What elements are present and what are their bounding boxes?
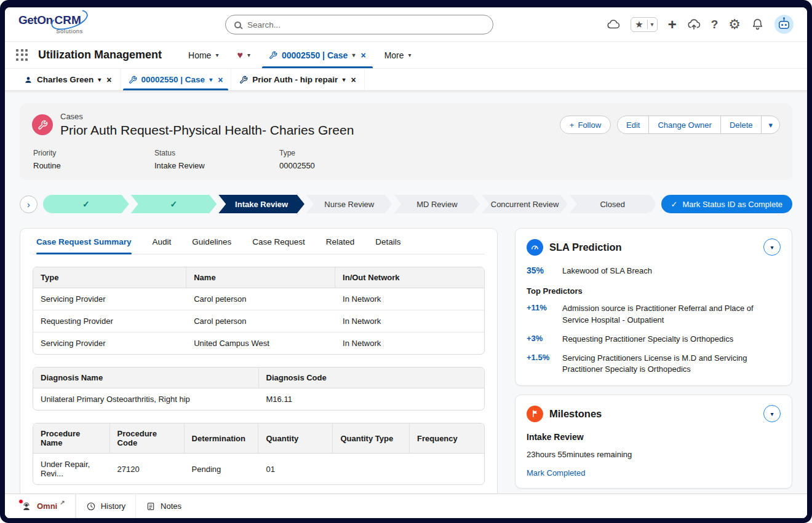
cell: In Network: [335, 332, 484, 354]
close-icon[interactable]: ×: [217, 75, 223, 85]
delete-button[interactable]: Delete: [720, 116, 762, 133]
edit-button[interactable]: Edit: [618, 116, 648, 133]
tab-related[interactable]: Related: [326, 237, 355, 254]
tab-details[interactable]: Details: [375, 237, 400, 254]
nav-tab-more[interactable]: More ▾: [375, 42, 421, 68]
omni-channel-tab[interactable]: Omni ↗: [11, 494, 76, 518]
logo-crm: CRM: [53, 14, 83, 26]
close-icon[interactable]: ×: [105, 75, 111, 85]
change-owner-button[interactable]: Change Owner: [648, 116, 720, 133]
field-priority: Priority Routine: [33, 149, 154, 170]
heart-icon: ♥: [237, 50, 243, 61]
guidance-center-icon[interactable]: [607, 18, 620, 31]
favorites-star-icon[interactable]: ★: [631, 18, 647, 31]
cell: 01: [258, 454, 333, 484]
close-icon[interactable]: ×: [359, 50, 365, 60]
notifications-bell-icon[interactable]: [751, 18, 764, 31]
milestone-stage: Intake Review: [527, 432, 781, 442]
chevron-down-icon[interactable]: ▾: [342, 76, 345, 83]
path-stage-nurse-review[interactable]: Nurse Review: [306, 195, 392, 213]
check-icon: ✓: [671, 200, 678, 209]
nav-home-label: Home: [188, 50, 211, 60]
chevron-down-icon[interactable]: ▾: [209, 76, 212, 83]
procedure-table: Procedure Name Procedure Code Determinat…: [33, 423, 485, 485]
close-icon[interactable]: ×: [349, 75, 356, 85]
case-object-icon: [32, 114, 53, 135]
path-stage-intake-review[interactable]: Intake Review: [218, 195, 304, 213]
case-detail-card: Case Request Summary Audit Guidelines Ca…: [20, 228, 498, 518]
column-header: Name: [186, 267, 335, 288]
subtab-label: Charles Green: [37, 75, 94, 84]
nav-tab-favorites[interactable]: ♥ ▾: [228, 42, 260, 68]
cell: Servicing Provider: [33, 288, 186, 310]
cell: Servicing Provider: [33, 332, 186, 354]
person-icon: [24, 76, 33, 84]
help-icon[interactable]: ?: [711, 18, 718, 30]
window-frame: GetOn CRM Solutions ★ ▾ + ? ⚙: [0, 0, 812, 523]
predictor-row: +3% Requesting Practitioner Specialty is…: [527, 334, 781, 345]
column-header: Type: [33, 267, 186, 288]
upload-cloud-icon[interactable]: [687, 18, 701, 31]
logo-text: GetOn CRM: [18, 14, 83, 26]
milestones-card: Milestones ▾ Intake Review 23hours 55min…: [515, 395, 792, 489]
setup-gear-icon[interactable]: ⚙: [728, 18, 741, 31]
path-stage-closed[interactable]: Closed: [570, 195, 656, 213]
column-header: Quantity: [258, 423, 333, 454]
nav-tab-home[interactable]: Home ▾: [179, 42, 228, 68]
cell: M16.11: [259, 388, 485, 410]
favorites-control[interactable]: ★ ▾: [631, 17, 657, 32]
tab-audit[interactable]: Audit: [153, 237, 172, 254]
app-launcher-icon[interactable]: [16, 49, 28, 61]
app-title: Utilization Management: [38, 49, 162, 61]
tab-case-request[interactable]: Case Request: [252, 237, 305, 254]
more-actions-caret-icon[interactable]: ▾: [761, 116, 779, 133]
path-stage-concurrent-review[interactable]: Concurrent Review: [482, 195, 568, 213]
column-header: Diagnosis Code: [259, 368, 485, 388]
path-expand-button[interactable]: ›: [20, 195, 38, 213]
path-stage-complete-1[interactable]: ✓: [43, 195, 129, 213]
column-header: Procedure Code: [110, 423, 185, 454]
nav-tab-case-00002550[interactable]: 00002550 | Case ▾ ×: [260, 42, 375, 68]
global-search[interactable]: [225, 15, 493, 34]
chevron-down-icon[interactable]: ▾: [352, 52, 355, 58]
mark-completed-link[interactable]: Mark Completed: [527, 468, 585, 478]
table-row: Unilateral Primary Osteoarthritis, Right…: [33, 388, 484, 410]
subtab-prior-auth-hip-repair[interactable]: Prior Auth - hip repair ▾ ×: [231, 69, 364, 90]
cell: Carol peterson: [186, 310, 335, 332]
collapse-chevron-button[interactable]: ▾: [763, 405, 781, 422]
chevron-down-icon[interactable]: ▾: [98, 76, 101, 83]
wrench-icon: [129, 76, 137, 84]
path-stage-complete-2[interactable]: ✓: [131, 195, 217, 213]
mark-status-complete-button[interactable]: ✓ Mark Status ID as Complete: [661, 195, 792, 213]
cell: Pending: [185, 454, 259, 484]
path-stage-md-review[interactable]: MD Review: [394, 195, 480, 213]
field-status: Status Intake Review: [154, 149, 279, 170]
favorites-caret-icon[interactable]: ▾: [647, 20, 657, 29]
right-sidebar: SLA Prediction ▾ 35% Lakewood of SLA Bre…: [515, 228, 792, 489]
table-row: Servicing Provider United Campus West In…: [33, 332, 484, 354]
app-nav-bar: Utilization Management Home ▾ ♥ ▾ 000025…: [5, 42, 807, 69]
subtab-label: Prior Auth - hip repair: [252, 75, 338, 84]
milestone-flag-icon: [527, 406, 543, 422]
subtab-case-00002550[interactable]: 00002550 | Case ▾ ×: [121, 69, 232, 90]
utility-bar: GetOn CRM Solutions ★ ▾ + ? ⚙: [5, 7, 807, 42]
column-header: Procedure Name: [33, 423, 110, 454]
object-label: Cases: [60, 112, 354, 121]
table-row: Servicing Provider Carol peterson In Net…: [33, 288, 484, 310]
record-action-group: Edit Change Owner Delete ▾: [617, 116, 780, 134]
logo-geton: GetOn: [18, 14, 53, 26]
history-tab[interactable]: History: [76, 494, 135, 518]
user-avatar[interactable]: [774, 15, 794, 34]
search-input[interactable]: [247, 20, 484, 29]
tab-guidelines[interactable]: Guidelines: [192, 237, 231, 254]
collapse-chevron-button[interactable]: ▾: [763, 238, 781, 256]
nav-more-label: More: [384, 50, 404, 60]
card-title: Milestones: [549, 408, 602, 420]
follow-button[interactable]: + Follow: [560, 116, 611, 134]
tab-case-request-summary[interactable]: Case Request Summary: [36, 237, 132, 254]
subtab-charles-green[interactable]: Charles Green ▾ ×: [16, 69, 121, 90]
top-predictors-heading: Top Predictors: [527, 286, 781, 296]
global-actions-icon[interactable]: +: [668, 17, 677, 32]
presence-status-dot: [18, 499, 23, 504]
notes-tab[interactable]: Notes: [135, 494, 191, 518]
